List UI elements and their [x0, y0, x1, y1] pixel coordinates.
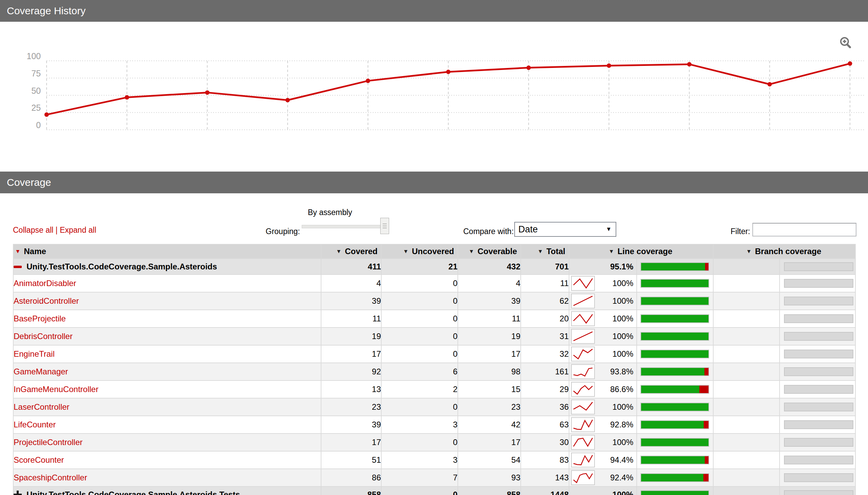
branch-coverage-percent: [713, 327, 780, 345]
class-link[interactable]: LaserController: [14, 402, 69, 411]
line-coverage-percent: 92.8%: [595, 420, 636, 429]
covered-value: 51: [321, 451, 381, 469]
covered-value: 411: [321, 258, 381, 274]
coverage-history-sparkline[interactable]: [571, 364, 595, 379]
class-link[interactable]: EngineTrail: [14, 349, 55, 358]
coverable-value: 858: [458, 487, 521, 495]
branch-coverage-percent: [713, 433, 780, 451]
chart-data-point[interactable]: [526, 66, 531, 70]
coverable-value: 54: [458, 451, 521, 469]
coverage-history-sparkline[interactable]: [571, 276, 595, 291]
branch-coverage-percent: [713, 451, 780, 469]
chart-data-point[interactable]: [446, 70, 451, 74]
class-link[interactable]: LifeCounter: [14, 420, 56, 429]
class-link[interactable]: AnimatorDisabler: [14, 278, 76, 288]
branch-coverage-bar: [784, 314, 853, 323]
branch-coverage-bar: [784, 420, 853, 429]
coverage-history-sparkline[interactable]: [571, 382, 595, 397]
coverage-history-sparkline[interactable]: [571, 453, 595, 467]
column-header-total[interactable]: ▾ Total: [521, 244, 569, 258]
uncovered-value: 0: [381, 398, 458, 416]
chart-data-point[interactable]: [205, 90, 210, 95]
branch-coverage-bar: [784, 456, 853, 464]
chart-zoom-in-icon[interactable]: [839, 36, 852, 50]
column-header-branch-coverage[interactable]: ▾ Branch coverage: [713, 244, 855, 258]
line-coverage-percent: 95.1%: [569, 262, 636, 271]
line-coverage-percent: 86.6%: [595, 385, 636, 394]
coverage-title: Coverage: [7, 177, 51, 188]
chart-data-point[interactable]: [848, 62, 852, 66]
column-header-covered[interactable]: ▾ Covered: [321, 244, 381, 258]
sort-arrow-icon[interactable]: ▾: [539, 248, 542, 254]
line-coverage-percent: 92.4%: [595, 473, 636, 482]
column-header-coverable[interactable]: ▾ Coverable: [458, 244, 521, 258]
branch-coverage-bar: [784, 262, 853, 271]
branch-coverage-bar: [784, 490, 853, 495]
branch-coverage-percent: [713, 345, 780, 363]
y-axis-tick-label: 25: [31, 103, 41, 113]
chart-data-point[interactable]: [687, 62, 691, 67]
coverable-value: 93: [458, 469, 521, 487]
chart-data-point[interactable]: [285, 98, 290, 102]
coverage-history-title: Coverage History: [7, 5, 86, 17]
y-axis-tick-label: 0: [36, 120, 41, 130]
sort-arrow-icon[interactable]: ▾: [16, 248, 19, 254]
sort-arrow-icon[interactable]: ▾: [338, 248, 341, 254]
branch-coverage-bar: [784, 332, 853, 341]
chart-data-point[interactable]: [125, 95, 129, 100]
filter-input[interactable]: [752, 223, 856, 237]
uncovered-value: 0: [381, 310, 458, 327]
chart-data-point[interactable]: [767, 82, 772, 87]
uncovered-value: 0: [381, 327, 458, 345]
class-link[interactable]: AsteroidController: [14, 296, 79, 305]
branch-coverage-percent: [713, 469, 780, 487]
class-link[interactable]: ProjectileController: [14, 438, 83, 447]
coverage-history-sparkline[interactable]: [571, 417, 595, 432]
coverage-history-sparkline[interactable]: [571, 470, 595, 485]
total-value: 11: [521, 274, 569, 292]
branch-coverage-bar: [784, 296, 853, 305]
coverage-history-sparkline[interactable]: [571, 435, 595, 450]
coverage-history-sparkline[interactable]: [571, 399, 595, 414]
compare-with-select[interactable]: Date ▼: [514, 222, 616, 237]
total-value: 143: [521, 469, 569, 487]
coverage-history-sparkline[interactable]: [571, 311, 595, 326]
coverage-history-sparkline[interactable]: [571, 329, 595, 344]
column-header-line-coverage[interactable]: ▾ Line coverage: [569, 244, 713, 258]
class-link[interactable]: BaseProjectile: [14, 314, 66, 323]
expand-all-link[interactable]: Expand all: [60, 226, 96, 235]
class-link[interactable]: DebrisController: [14, 331, 72, 341]
class-link[interactable]: ScoreCounter: [14, 455, 64, 464]
collapse-group-icon[interactable]: [14, 266, 22, 268]
sort-arrow-icon[interactable]: ▾: [470, 248, 473, 254]
chart-data-point[interactable]: [366, 79, 370, 83]
column-header-uncovered[interactable]: ▾ Uncovered: [381, 244, 458, 258]
grouping-slider-thumb[interactable]: [380, 218, 389, 234]
column-header-name[interactable]: ▾ Name: [13, 244, 321, 258]
sort-arrow-icon[interactable]: ▾: [405, 248, 408, 254]
sort-arrow-icon[interactable]: ▾: [748, 248, 751, 254]
class-link[interactable]: GameManager: [14, 367, 68, 376]
coverable-value: 4: [458, 274, 521, 292]
table-row: Unity.TestTools.CodeCoverage.Sample.Aste…: [13, 258, 855, 274]
expand-group-icon[interactable]: [14, 491, 22, 495]
table-row: ScoreCounter513548394.4%: [13, 451, 855, 469]
uncovered-value: 3: [381, 416, 458, 433]
chart-data-point[interactable]: [45, 113, 49, 117]
compare-with-value: Date: [515, 224, 606, 235]
coverage-history-sparkline[interactable]: [571, 293, 595, 308]
coverage-history-chart: 1007550250: [0, 22, 868, 171]
class-link[interactable]: SpaceshipController: [14, 473, 87, 482]
grouping-slider-track[interactable]: [302, 225, 388, 228]
chart-data-point[interactable]: [607, 64, 611, 68]
sort-arrow-icon[interactable]: ▾: [610, 248, 613, 254]
total-value: 36: [521, 398, 569, 416]
total-value: 62: [521, 292, 569, 310]
table-row: DebrisController1901931100%: [13, 327, 855, 345]
collapse-all-link[interactable]: Collapse all: [13, 226, 53, 235]
assembly-name: Unity.TestTools.CodeCoverage.Sample.Aste…: [27, 262, 217, 271]
covered-value: 19: [321, 327, 381, 345]
class-link[interactable]: InGameMenuController: [14, 385, 98, 394]
coverable-value: 15: [458, 380, 521, 398]
coverage-history-sparkline[interactable]: [571, 346, 595, 361]
